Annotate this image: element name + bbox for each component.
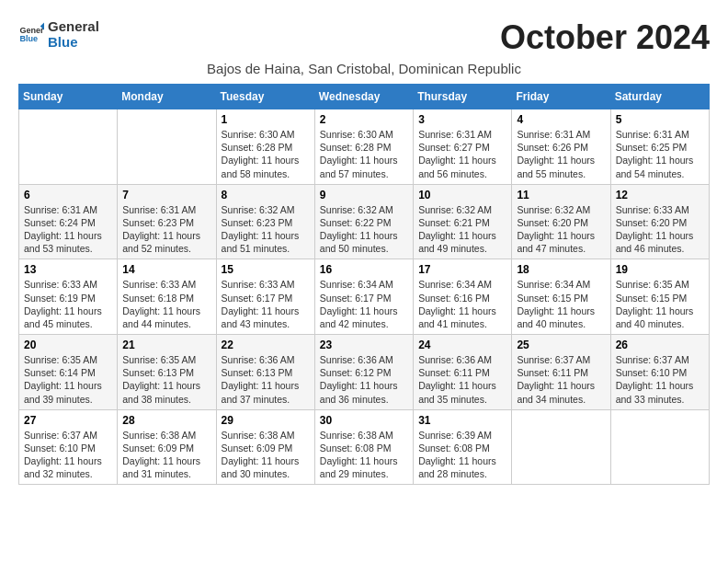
calendar-cell: 21Sunrise: 6:35 AMSunset: 6:13 PMDayligh… — [118, 335, 216, 410]
day-number: 12 — [616, 189, 704, 201]
calendar-cell: 10Sunrise: 6:32 AMSunset: 6:21 PMDayligh… — [414, 184, 512, 259]
day-number: 19 — [616, 263, 704, 276]
day-info: Sunrise: 6:31 AMSunset: 6:27 PMDaylight:… — [418, 128, 506, 180]
day-number: 14 — [122, 263, 210, 276]
svg-text:Blue: Blue — [19, 34, 38, 43]
header-wednesday: Wednesday — [314, 85, 413, 109]
calendar-cell: 18Sunrise: 6:34 AMSunset: 6:15 PMDayligh… — [512, 259, 610, 335]
calendar-cell: 15Sunrise: 6:33 AMSunset: 6:17 PMDayligh… — [216, 259, 314, 335]
day-number: 28 — [122, 414, 210, 427]
day-info: Sunrise: 6:32 AMSunset: 6:20 PMDaylight:… — [517, 203, 605, 256]
day-number: 31 — [418, 414, 506, 427]
day-info: Sunrise: 6:31 AMSunset: 6:26 PMDaylight:… — [517, 128, 605, 180]
calendar-cell: 8Sunrise: 6:32 AMSunset: 6:23 PMDaylight… — [216, 184, 314, 259]
day-info: Sunrise: 6:30 AMSunset: 6:28 PMDaylight:… — [222, 128, 310, 180]
day-number: 29 — [222, 414, 310, 427]
calendar-cell — [118, 109, 216, 185]
day-info: Sunrise: 6:36 AMSunset: 6:13 PMDaylight:… — [222, 353, 310, 406]
day-info: Sunrise: 6:32 AMSunset: 6:22 PMDaylight:… — [320, 203, 408, 256]
calendar-cell: 2Sunrise: 6:30 AMSunset: 6:28 PMDaylight… — [314, 109, 413, 185]
day-number: 4 — [517, 113, 605, 126]
day-number: 24 — [418, 339, 506, 351]
day-info: Sunrise: 6:38 AMSunset: 6:08 PMDaylight:… — [320, 429, 408, 481]
day-info: Sunrise: 6:34 AMSunset: 6:16 PMDaylight:… — [418, 278, 506, 330]
day-number: 22 — [222, 339, 310, 351]
calendar-week-3: 13Sunrise: 6:33 AMSunset: 6:19 PMDayligh… — [19, 259, 710, 335]
calendar-cell: 9Sunrise: 6:32 AMSunset: 6:22 PMDaylight… — [314, 184, 413, 259]
day-number: 20 — [24, 339, 112, 351]
month-title: October 2024 — [500, 18, 710, 57]
day-number: 30 — [320, 414, 408, 427]
calendar-cell — [610, 409, 709, 485]
day-number: 6 — [24, 189, 112, 201]
logo-icon: General Blue — [18, 21, 44, 47]
day-number: 10 — [418, 189, 506, 201]
day-number: 18 — [517, 263, 605, 276]
day-number: 15 — [222, 263, 310, 276]
calendar-cell: 31Sunrise: 6:39 AMSunset: 6:08 PMDayligh… — [414, 409, 512, 485]
logo-line1: General — [48, 18, 99, 34]
calendar-cell: 23Sunrise: 6:36 AMSunset: 6:12 PMDayligh… — [314, 335, 413, 410]
day-info: Sunrise: 6:32 AMSunset: 6:23 PMDaylight:… — [222, 203, 310, 256]
page-header: General Blue General Blue October 2024 — [18, 18, 710, 57]
day-info: Sunrise: 6:31 AMSunset: 6:23 PMDaylight:… — [122, 203, 210, 256]
day-info: Sunrise: 6:36 AMSunset: 6:11 PMDaylight:… — [418, 353, 506, 406]
day-info: Sunrise: 6:35 AMSunset: 6:13 PMDaylight:… — [122, 353, 210, 406]
logo: General Blue General Blue — [18, 18, 99, 50]
day-number: 13 — [24, 263, 112, 276]
calendar-cell: 7Sunrise: 6:31 AMSunset: 6:23 PMDaylight… — [118, 184, 216, 259]
day-info: Sunrise: 6:35 AMSunset: 6:14 PMDaylight:… — [24, 353, 112, 406]
calendar-cell: 1Sunrise: 6:30 AMSunset: 6:28 PMDaylight… — [216, 109, 314, 185]
calendar-week-2: 6Sunrise: 6:31 AMSunset: 6:24 PMDaylight… — [19, 184, 710, 259]
day-info: Sunrise: 6:32 AMSunset: 6:21 PMDaylight:… — [418, 203, 506, 256]
logo-line2: Blue — [48, 34, 99, 50]
calendar-cell: 3Sunrise: 6:31 AMSunset: 6:27 PMDaylight… — [414, 109, 512, 185]
header-sunday: Sunday — [19, 85, 118, 109]
header-saturday: Saturday — [610, 85, 709, 109]
day-info: Sunrise: 6:33 AMSunset: 6:20 PMDaylight:… — [616, 203, 704, 256]
calendar-cell — [19, 109, 118, 185]
day-info: Sunrise: 6:33 AMSunset: 6:19 PMDaylight:… — [24, 278, 112, 330]
day-info: Sunrise: 6:31 AMSunset: 6:25 PMDaylight:… — [616, 128, 704, 180]
day-info: Sunrise: 6:34 AMSunset: 6:15 PMDaylight:… — [517, 278, 605, 330]
calendar-cell — [512, 409, 610, 485]
day-number: 23 — [320, 339, 408, 351]
calendar-cell: 26Sunrise: 6:37 AMSunset: 6:10 PMDayligh… — [610, 335, 709, 410]
calendar-cell: 25Sunrise: 6:37 AMSunset: 6:11 PMDayligh… — [512, 335, 610, 410]
day-number: 26 — [616, 339, 704, 351]
day-number: 16 — [320, 263, 408, 276]
subtitle: Bajos de Haina, San Cristobal, Dominican… — [18, 61, 710, 76]
day-info: Sunrise: 6:33 AMSunset: 6:18 PMDaylight:… — [122, 278, 210, 330]
calendar-week-5: 27Sunrise: 6:37 AMSunset: 6:10 PMDayligh… — [19, 409, 710, 485]
day-number: 21 — [122, 339, 210, 351]
day-info: Sunrise: 6:38 AMSunset: 6:09 PMDaylight:… — [222, 429, 310, 481]
calendar-cell: 24Sunrise: 6:36 AMSunset: 6:11 PMDayligh… — [414, 335, 512, 410]
day-info: Sunrise: 6:36 AMSunset: 6:12 PMDaylight:… — [320, 353, 408, 406]
day-info: Sunrise: 6:35 AMSunset: 6:15 PMDaylight:… — [616, 278, 704, 330]
day-info: Sunrise: 6:37 AMSunset: 6:10 PMDaylight:… — [24, 429, 112, 481]
calendar-cell: 4Sunrise: 6:31 AMSunset: 6:26 PMDaylight… — [512, 109, 610, 185]
day-number: 25 — [517, 339, 605, 351]
calendar-week-4: 20Sunrise: 6:35 AMSunset: 6:14 PMDayligh… — [19, 335, 710, 410]
header-thursday: Thursday — [414, 85, 512, 109]
calendar-week-1: 1Sunrise: 6:30 AMSunset: 6:28 PMDaylight… — [19, 109, 710, 185]
calendar-cell: 14Sunrise: 6:33 AMSunset: 6:18 PMDayligh… — [118, 259, 216, 335]
day-info: Sunrise: 6:37 AMSunset: 6:10 PMDaylight:… — [616, 353, 704, 406]
calendar-cell: 6Sunrise: 6:31 AMSunset: 6:24 PMDaylight… — [19, 184, 118, 259]
day-info: Sunrise: 6:31 AMSunset: 6:24 PMDaylight:… — [24, 203, 112, 256]
day-info: Sunrise: 6:30 AMSunset: 6:28 PMDaylight:… — [320, 128, 408, 180]
day-number: 11 — [517, 189, 605, 201]
calendar-cell: 27Sunrise: 6:37 AMSunset: 6:10 PMDayligh… — [19, 409, 118, 485]
calendar-cell: 20Sunrise: 6:35 AMSunset: 6:14 PMDayligh… — [19, 335, 118, 410]
calendar-cell: 11Sunrise: 6:32 AMSunset: 6:20 PMDayligh… — [512, 184, 610, 259]
day-info: Sunrise: 6:38 AMSunset: 6:09 PMDaylight:… — [122, 429, 210, 481]
day-number: 2 — [320, 113, 408, 126]
header-tuesday: Tuesday — [216, 85, 314, 109]
calendar-cell: 5Sunrise: 6:31 AMSunset: 6:25 PMDaylight… — [610, 109, 709, 185]
day-number: 1 — [222, 113, 310, 126]
day-info: Sunrise: 6:39 AMSunset: 6:08 PMDaylight:… — [418, 429, 506, 481]
day-number: 27 — [24, 414, 112, 427]
day-number: 8 — [222, 189, 310, 201]
day-number: 17 — [418, 263, 506, 276]
calendar-cell: 29Sunrise: 6:38 AMSunset: 6:09 PMDayligh… — [216, 409, 314, 485]
